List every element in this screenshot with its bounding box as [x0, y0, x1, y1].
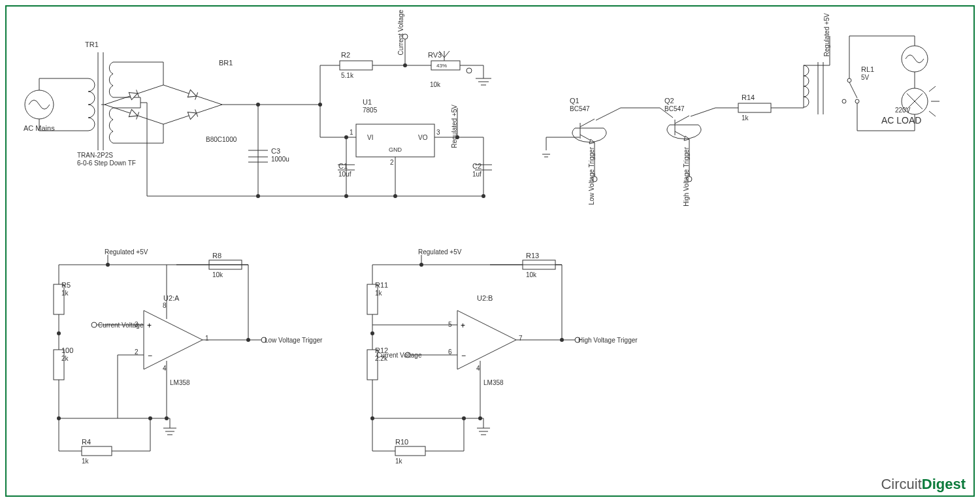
rv3-name: RV3	[428, 51, 442, 59]
u1-vi: VI	[367, 134, 373, 141]
svg-point-147	[91, 322, 97, 327]
u2a-name: U2:A	[163, 294, 179, 302]
u2b-name: U2:B	[477, 294, 493, 302]
svg-text:−: −	[461, 351, 466, 360]
u1-part: 7805	[363, 107, 377, 114]
q2-part: BC547	[664, 105, 685, 112]
br1-part: B80C1000	[206, 136, 237, 143]
r100-val: 2k	[61, 355, 69, 362]
svg-line-82	[675, 116, 689, 124]
pin1: 1	[350, 129, 353, 136]
svg-marker-18	[129, 90, 139, 99]
cmpA-reg5v: Regulated +5V	[105, 248, 148, 256]
reg5v-net: Regulated +5V	[451, 105, 458, 148]
q2-name: Q2	[664, 97, 674, 105]
svg-point-125	[57, 331, 61, 335]
cmpB-pin7: 7	[519, 335, 523, 342]
c3-val: 1000u	[271, 156, 289, 163]
c1-name: C1	[338, 162, 348, 170]
brand-logo-accent: Digest	[922, 476, 966, 492]
r10-val: 1k	[395, 458, 402, 465]
svg-point-40	[403, 63, 407, 67]
r4-val: 1k	[82, 458, 89, 465]
svg-rect-128	[82, 446, 112, 456]
cmpA-pin1: 1	[205, 335, 209, 342]
relay-reg5v: Regulated +5V	[823, 13, 830, 56]
svg-point-67	[482, 194, 485, 198]
ac-mains-label: AC Mains	[24, 124, 55, 132]
c2-name: C2	[472, 162, 482, 170]
svg-line-98	[849, 82, 857, 98]
svg-point-145	[165, 416, 169, 420]
tr1-desc: 6-0-6 Step Down TF	[77, 159, 136, 167]
svg-rect-89	[738, 103, 771, 112]
u1-vo: VO	[418, 134, 427, 141]
r2-name: R2	[341, 51, 350, 59]
svg-marker-20	[129, 109, 139, 119]
u1-name: U1	[363, 98, 372, 106]
svg-point-50	[466, 68, 472, 73]
cmpB-currv: Current Voltage	[376, 352, 422, 359]
brand-logo: CircuitDigest	[881, 476, 966, 493]
tr1-part: TRAN-2P2S	[77, 152, 113, 159]
u1-gnd: GND	[389, 146, 402, 153]
cmpA-pin4: 4	[163, 365, 167, 372]
hvt-net: High Voltage Trigger	[683, 147, 690, 207]
pin3: 3	[436, 129, 440, 136]
ac-load-label: AC LOAD	[881, 115, 921, 126]
pin2: 2	[390, 159, 394, 166]
q1-part: BC547	[570, 105, 590, 112]
svg-line-87	[691, 108, 715, 116]
tr1-name: TR1	[85, 41, 99, 48]
q1-name: Q1	[570, 97, 580, 105]
cmpA-lvt: Low Voltage Trigger	[265, 337, 322, 344]
rl1-val: 5V	[861, 74, 869, 81]
r11-val: 1k	[375, 290, 382, 297]
r5-val: 1k	[61, 290, 69, 297]
u2b-part: LM358	[483, 379, 504, 386]
svg-text:+: +	[461, 321, 465, 330]
cmpB-hvt: High Voltage Trigger	[578, 337, 638, 344]
r8-name: R8	[212, 252, 221, 259]
cmpA-pin8: 8	[163, 302, 167, 309]
cmpB-reg5v: Regulated +5V	[418, 248, 461, 256]
svg-rect-170	[395, 446, 425, 456]
curr-voltage-net: Current Voltage	[397, 10, 404, 56]
lvt-net: Low Voltage Trigger	[588, 147, 595, 205]
c3-name: C3	[271, 147, 280, 155]
svg-marker-138	[144, 310, 203, 369]
cmpA-pin2: 2	[135, 348, 139, 356]
svg-marker-22	[188, 109, 197, 119]
cmpB-pin4: 4	[476, 365, 480, 372]
svg-line-73	[580, 119, 595, 127]
r5-name: R5	[61, 281, 71, 289]
svg-point-186	[478, 416, 482, 420]
r11-name: R11	[375, 281, 388, 289]
r13-name: R13	[526, 252, 539, 259]
svg-marker-15	[105, 85, 222, 124]
r14-val: 1k	[742, 114, 749, 122]
cmpA-pin3: 3	[135, 321, 139, 328]
r4-name: R4	[82, 438, 91, 446]
u2a-part: LM358	[170, 379, 190, 386]
svg-text:−: −	[148, 351, 152, 360]
rl1-name: RL1	[861, 65, 874, 73]
svg-point-33	[256, 194, 260, 198]
r100-name: 100	[61, 346, 73, 354]
svg-point-57	[393, 194, 397, 198]
c1-val: 10uf	[338, 171, 351, 178]
svg-marker-16	[188, 90, 197, 99]
svg-point-63	[344, 194, 348, 198]
r10-name: R10	[395, 438, 408, 446]
cmpB-pin5: 5	[448, 321, 452, 328]
cmpB-pin6: 6	[448, 348, 452, 356]
br1-name: BR1	[219, 59, 233, 67]
svg-point-99	[842, 99, 846, 103]
svg-rect-36	[340, 61, 372, 70]
rv3-val: 10k	[430, 81, 440, 88]
load-v: 220V	[895, 107, 910, 114]
r13-val: 10k	[526, 271, 536, 278]
rv3-pct: 43%	[436, 63, 447, 69]
svg-point-100	[855, 99, 859, 103]
svg-marker-180	[457, 310, 516, 369]
